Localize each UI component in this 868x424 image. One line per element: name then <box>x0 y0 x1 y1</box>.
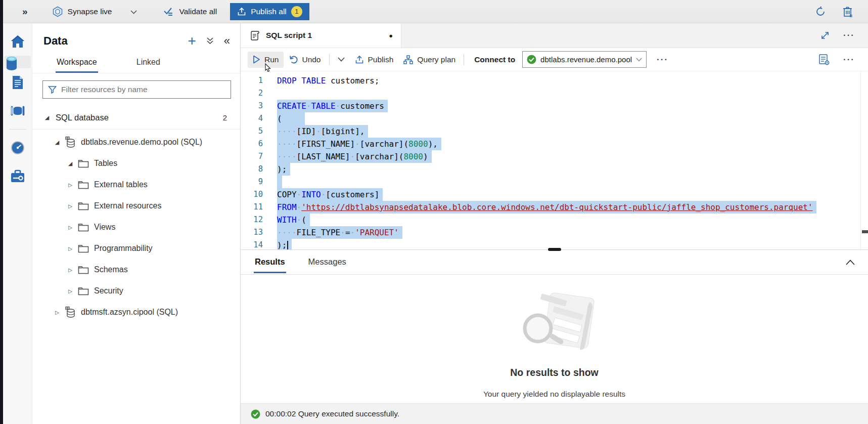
toolbar-more-button[interactable]: ··· <box>843 55 855 65</box>
expand-menu-button[interactable]: » <box>22 6 27 17</box>
tree-node-views[interactable]: ▷Views <box>32 217 240 238</box>
collapsed-arrow-icon[interactable]: ▷ <box>67 267 74 273</box>
success-check-icon <box>251 409 260 419</box>
tab-sql-script-1[interactable]: SQL script 1 ● <box>241 23 401 48</box>
selection-highlight: ); <box>277 163 290 176</box>
code-line-2[interactable]: 2 <box>241 87 860 100</box>
tree-node-dbtmsft-azsyn-cipool-sql[interactable]: ▷dbtmsft.azsyn.cipool (SQL) <box>32 302 240 323</box>
develop-document-icon <box>11 75 24 90</box>
collapsed-arrow-icon[interactable]: ▷ <box>67 182 74 188</box>
query-status-bar: 00:00:02 Query executed successfully. <box>241 403 868 424</box>
code-line-5[interactable]: 5····[ID]·[bigint], <box>241 125 860 138</box>
editor-scrollbar[interactable] <box>860 71 868 249</box>
line-number: 9 <box>241 176 277 188</box>
resource-tree: ◢SQL database2◢dbtlabs.revenue.demo.pool… <box>32 103 240 424</box>
undo-icon <box>289 55 298 64</box>
results-empty-state: No results to show Your query yielded no… <box>241 275 868 403</box>
sidebar-item-home[interactable] <box>5 27 31 56</box>
collapsed-arrow-icon[interactable]: ▷ <box>67 203 74 209</box>
panel-title: Data <box>43 34 68 48</box>
collapse-panel-icon[interactable]: « <box>224 36 230 46</box>
tree-node-sql-database[interactable]: ◢SQL database2 <box>32 107 240 128</box>
expanded-arrow-icon[interactable]: ◢ <box>67 160 74 167</box>
undo-button[interactable]: Undo <box>284 52 326 68</box>
line-number: 10 <box>241 188 277 201</box>
connection-dropdown[interactable]: dbtlabs.revenue.demo.pool <box>522 51 647 68</box>
collapsed-arrow-icon[interactable]: ▷ <box>67 246 74 251</box>
splitter-grip[interactable] <box>548 248 561 251</box>
code-line-9[interactable]: 9 <box>241 176 860 188</box>
discard-trash-icon[interactable] <box>842 5 854 18</box>
results-panel: Results Messages <box>241 249 868 424</box>
code-token: TABLE <box>311 101 335 111</box>
collapsed-arrow-icon[interactable]: ▷ <box>67 288 74 294</box>
refresh-icon[interactable] <box>814 6 827 18</box>
sidebar-item-develop[interactable] <box>5 68 31 97</box>
code-line-12[interactable]: 12WITH·( <box>241 214 860 226</box>
collapse-results-icon[interactable] <box>846 260 855 265</box>
expand-editor-icon[interactable] <box>820 30 830 40</box>
code-line-8[interactable]: 8); <box>241 163 860 176</box>
validate-all-button[interactable]: Validate all <box>163 7 217 17</box>
tree-node-schemas[interactable]: ▷Schemas <box>32 259 240 280</box>
collapsed-arrow-icon[interactable]: ▷ <box>67 225 74 230</box>
add-resource-button[interactable]: + <box>188 36 196 46</box>
integrate-pipeline-icon <box>10 104 26 117</box>
line-content: COPY·INTO·[customers] <box>277 188 860 201</box>
code-token: [LAST_NAME] <box>297 152 350 161</box>
synapse-live-dropdown[interactable]: Synapse live <box>52 6 138 17</box>
code-line-6[interactable]: 6····[FIRST_NAME]·[varchar](8000), <box>241 138 860 150</box>
code-line-4[interactable]: 4( <box>241 112 860 125</box>
selection-highlight: ····FILE_TYPE·=·'PARQUET' <box>277 226 402 239</box>
code-line-11[interactable]: 11FROM·'https://dbtlabsynapsedatalake.bl… <box>241 201 860 214</box>
publish-icon <box>355 55 364 64</box>
tab-linked[interactable]: Linked <box>135 53 161 73</box>
query-plan-icon <box>403 55 413 64</box>
sidebar-divider <box>9 129 26 130</box>
code-token: COPY <box>277 190 297 199</box>
sidebar-item-monitor[interactable] <box>5 134 31 162</box>
query-plan-button[interactable]: Query plan <box>398 52 461 68</box>
toolbar-overflow-button[interactable]: ··· <box>657 55 668 65</box>
expanded-arrow-icon[interactable]: ◢ <box>54 139 61 146</box>
scrollbar-mark <box>862 230 868 233</box>
collapsed-arrow-icon[interactable]: ▷ <box>54 310 61 315</box>
toolbar-separator <box>329 54 330 65</box>
code-line-3[interactable]: 3CREATE·TABLE·customers <box>241 100 860 112</box>
undo-label: Undo <box>302 55 321 64</box>
publish-all-button[interactable]: Publish all 1 <box>230 3 309 20</box>
code-line-1[interactable]: 1DROP TABLE customers; <box>241 74 860 87</box>
code-token: · <box>297 202 302 212</box>
code-token: 8000 <box>408 139 428 149</box>
code-line-7[interactable]: 7····[LAST_NAME]·[varchar](8000) <box>241 150 860 163</box>
tree-node-dbtlabs-revenue-demo-pool-sql[interactable]: ◢dbtlabs.revenue.demo.pool (SQL) <box>32 132 240 153</box>
sidebar-item-manage[interactable] <box>5 162 31 190</box>
code-line-10[interactable]: 10COPY·INTO·[customers] <box>241 188 860 201</box>
undo-redo-dropdown[interactable] <box>333 54 350 65</box>
tree-node-external-resources[interactable]: ▷External resources <box>32 195 240 217</box>
folder-icon <box>78 266 89 274</box>
connect-to-label: Connect to <box>474 55 515 64</box>
publish-button[interactable]: Publish <box>350 52 399 68</box>
tab-messages[interactable]: Messages <box>307 251 347 273</box>
tab-workspace[interactable]: Workspace <box>56 53 98 73</box>
code-line-13[interactable]: 13····FILE_TYPE·=·'PARQUET' <box>241 226 860 239</box>
sidebar-item-integrate[interactable] <box>5 97 31 125</box>
sql-code-editor[interactable]: 1DROP TABLE customers;23CREATE·TABLE·cus… <box>241 71 868 249</box>
tabbar-more-button[interactable]: ··· <box>843 30 855 40</box>
filter-resources-input[interactable] <box>61 85 225 94</box>
validate-all-label: Validate all <box>179 7 217 16</box>
sidebar-item-data[interactable] <box>5 56 31 68</box>
expanded-arrow-icon[interactable]: ◢ <box>43 114 51 121</box>
tree-node-security[interactable]: ▷Security <box>32 280 240 302</box>
collapse-all-icon[interactable] <box>206 37 214 45</box>
tree-node-external-tables[interactable]: ▷External tables <box>32 174 240 195</box>
script-toolbar: Run Undo Publish <box>241 48 868 71</box>
line-content <box>277 176 860 188</box>
properties-icon[interactable] <box>818 54 830 66</box>
tree-node-programmability[interactable]: ▷Programmability <box>32 238 240 259</box>
line-content: ····[FIRST_NAME]·[varchar](8000), <box>277 138 860 150</box>
tab-results[interactable]: Results <box>254 251 286 273</box>
tree-node-tables[interactable]: ◢Tables <box>32 153 240 174</box>
tree-node-label: Views <box>94 223 115 232</box>
